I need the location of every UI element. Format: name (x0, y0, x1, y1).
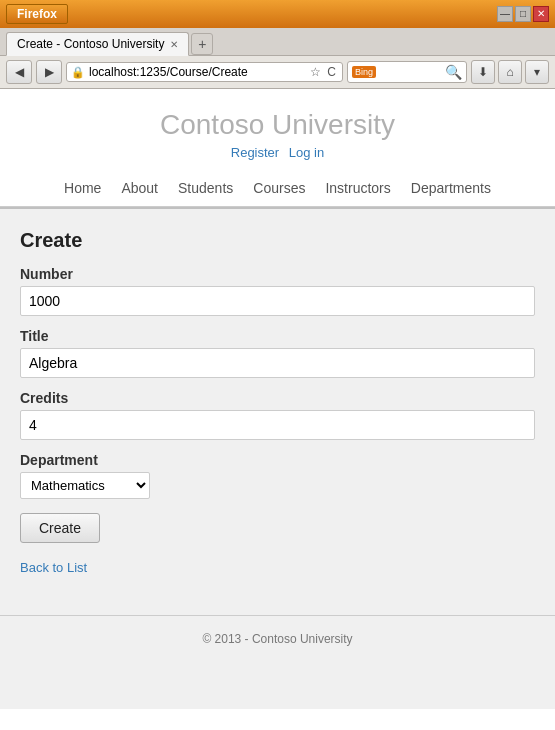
create-button[interactable]: Create (20, 513, 100, 543)
main-nav: Home About Students Courses Instructors … (0, 170, 555, 206)
search-icon[interactable]: 🔍 (445, 64, 462, 80)
nav-home[interactable]: Home (64, 180, 101, 196)
back-to-list-link[interactable]: Back to List (20, 560, 87, 575)
site-title: Contoso University (0, 109, 555, 141)
maximize-button[interactable]: □ (515, 6, 531, 22)
number-field-group: Number (20, 266, 535, 316)
download-icon[interactable]: ⬇ (471, 60, 495, 84)
number-label: Number (20, 266, 535, 282)
title-input[interactable] (20, 348, 535, 378)
address-input[interactable] (89, 65, 304, 79)
tab-close-icon[interactable]: ✕ (170, 39, 178, 50)
title-label: Title (20, 328, 535, 344)
back-button[interactable]: ◀ (6, 60, 32, 84)
menu-icon[interactable]: ▾ (525, 60, 549, 84)
home-icon[interactable]: ⌂ (498, 60, 522, 84)
firefox-menu-button[interactable]: Firefox (6, 4, 68, 24)
department-label: Department (20, 452, 535, 468)
nav-about[interactable]: About (121, 180, 158, 196)
active-tab[interactable]: Create - Contoso University ✕ (6, 32, 189, 56)
nav-students[interactable]: Students (178, 180, 233, 196)
tab-title: Create - Contoso University (17, 37, 164, 51)
auth-links: Register Log in (0, 145, 555, 160)
refresh-icon[interactable]: C (325, 65, 338, 79)
minimize-button[interactable]: — (497, 6, 513, 22)
search-engine-badge: Bing (352, 66, 376, 78)
credits-field-group: Credits (20, 390, 535, 440)
search-input[interactable] (378, 65, 443, 79)
register-link[interactable]: Register (231, 145, 279, 160)
title-field-group: Title (20, 328, 535, 378)
credits-input[interactable] (20, 410, 535, 440)
page-title: Create (20, 229, 535, 252)
nav-instructors[interactable]: Instructors (325, 180, 390, 196)
number-input[interactable] (20, 286, 535, 316)
footer-text: © 2013 - Contoso University (202, 632, 352, 646)
department-field-group: Department Mathematics English Economics… (20, 452, 535, 499)
department-select[interactable]: Mathematics English Economics Engineerin… (20, 472, 150, 499)
site-footer: © 2013 - Contoso University (0, 615, 555, 662)
close-button[interactable]: ✕ (533, 6, 549, 22)
nav-courses[interactable]: Courses (253, 180, 305, 196)
address-icon: 🔒 (71, 66, 85, 79)
login-link[interactable]: Log in (289, 145, 324, 160)
nav-departments[interactable]: Departments (411, 180, 491, 196)
bookmark-icon[interactable]: ☆ (308, 65, 323, 79)
new-tab-button[interactable]: + (191, 33, 213, 55)
forward-button[interactable]: ▶ (36, 60, 62, 84)
credits-label: Credits (20, 390, 535, 406)
